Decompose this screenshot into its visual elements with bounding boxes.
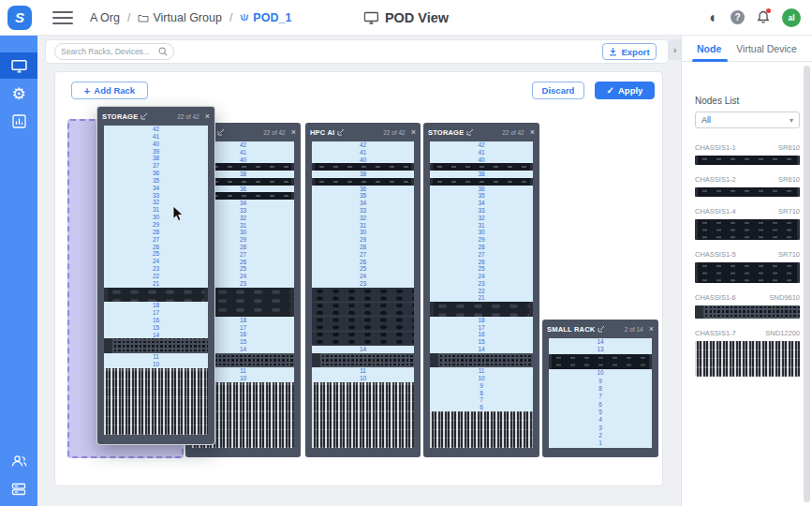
node-list-item[interactable]: CHASSIS1-2SR610 bbox=[695, 175, 800, 197]
monitor-icon bbox=[363, 11, 378, 24]
rack-slot-number: 40 bbox=[312, 156, 414, 164]
rack-device-dense[interactable] bbox=[312, 382, 414, 411]
rack-title: STORAGE bbox=[102, 112, 138, 121]
rack-slot-number: 23 bbox=[430, 280, 533, 288]
rack-slot-number: 5 bbox=[549, 409, 652, 416]
rack-card[interactable]: STORAGE22 of 42×424140383635343332313029… bbox=[423, 123, 539, 457]
rack-device-server1[interactable] bbox=[312, 163, 414, 171]
left-sidebar: ⚙ bbox=[0, 36, 37, 506]
rack-slot-number: 4 bbox=[549, 416, 652, 424]
monitor-icon bbox=[11, 59, 27, 73]
apply-button[interactable]: ✓ Apply bbox=[595, 82, 655, 99]
rack-slot-number: 3 bbox=[549, 424, 652, 432]
rack-slot-number: 11 bbox=[104, 353, 208, 361]
node-list-item[interactable]: CHASSIS1-6SND9610 bbox=[695, 293, 800, 319]
rack-device-switch[interactable] bbox=[104, 338, 208, 353]
add-rack-button[interactable]: + Add Rack bbox=[71, 82, 148, 99]
tab-virtual-device[interactable]: Virtual Device bbox=[736, 43, 797, 54]
edit-rack-icon[interactable] bbox=[598, 325, 605, 333]
rack-header[interactable]: SMALL RACK2 of 14× bbox=[542, 320, 658, 338]
rack-slot-number: 21 bbox=[430, 294, 533, 302]
rack-slot-number: 36 bbox=[104, 170, 208, 177]
rack-slot-number: 6 bbox=[430, 404, 533, 411]
nodes-filter-select[interactable]: All ▾ bbox=[695, 112, 800, 128]
node-device-image bbox=[695, 187, 800, 197]
edit-rack-icon[interactable] bbox=[217, 128, 225, 136]
avatar[interactable]: al bbox=[782, 8, 801, 27]
rack-header[interactable]: STORAGE22 of 42× bbox=[423, 123, 539, 141]
sidebar-item-inventory[interactable] bbox=[0, 476, 37, 502]
node-device-image bbox=[695, 156, 800, 165]
rack-header[interactable]: HPC AI22 of 42× bbox=[305, 123, 421, 141]
node-list-item[interactable]: CHASSIS1-1SR610 bbox=[695, 143, 800, 165]
sidebar-item-users[interactable] bbox=[0, 448, 37, 474]
theme-contrast-icon[interactable]: ◐ bbox=[709, 10, 718, 25]
rack-device-dense[interactable] bbox=[430, 411, 533, 448]
edit-rack-icon[interactable] bbox=[337, 128, 345, 136]
node-list-item[interactable]: CHASSIS1-4SR710 bbox=[695, 207, 800, 240]
edit-rack-icon[interactable] bbox=[140, 112, 148, 120]
rack-device-gpu[interactable] bbox=[312, 288, 414, 346]
breadcrumb-group[interactable]: Virtual Group bbox=[138, 11, 221, 24]
rack-slot-number: 29 bbox=[104, 221, 208, 229]
close-rack-icon[interactable]: × bbox=[530, 128, 535, 137]
close-rack-icon[interactable]: × bbox=[205, 112, 210, 121]
rack-slot-number: 14 bbox=[430, 346, 533, 353]
node-list-item[interactable]: CHASSIS1-7SND12200 bbox=[695, 329, 800, 377]
rack-header[interactable]: STORAGE22 of 42× bbox=[97, 107, 214, 126]
help-icon[interactable]: ? bbox=[731, 10, 745, 24]
rack-slot-number: 7 bbox=[549, 393, 652, 400]
rack-slot-number: 17 bbox=[430, 324, 533, 332]
rack-slot-number: 28 bbox=[430, 244, 533, 251]
edit-rack-icon[interactable] bbox=[466, 128, 474, 136]
notifications-bell-icon[interactable] bbox=[757, 10, 770, 24]
rack-slot-number: 41 bbox=[430, 149, 533, 156]
node-model: SR610 bbox=[778, 143, 800, 152]
tab-node[interactable]: Node bbox=[697, 43, 721, 54]
node-model: SR610 bbox=[778, 175, 800, 184]
discard-button[interactable]: Discard bbox=[532, 82, 584, 99]
rack-slot-number: 24 bbox=[104, 258, 208, 265]
rack-slot-number: 33 bbox=[430, 207, 533, 215]
node-list-item[interactable]: CHASSIS1-5SR710 bbox=[695, 250, 800, 283]
rack-device-array[interactable] bbox=[430, 302, 533, 317]
rack-device-dense[interactable] bbox=[104, 397, 208, 434]
rack-device-server2[interactable] bbox=[549, 354, 652, 370]
rack-slot-number: 27 bbox=[312, 251, 414, 259]
search-box bbox=[54, 43, 174, 60]
rack-device-server1[interactable] bbox=[312, 178, 414, 186]
rack-slot-number: 23 bbox=[312, 280, 414, 288]
close-rack-icon[interactable]: × bbox=[291, 128, 296, 137]
export-button[interactable]: Export bbox=[602, 43, 657, 60]
breadcrumb-org[interactable]: A Org bbox=[90, 11, 120, 24]
rack-device-dense[interactable] bbox=[104, 368, 208, 397]
rack-slot-number: 2 bbox=[549, 432, 652, 439]
breadcrumb-pod[interactable]: POD_1 bbox=[240, 11, 291, 24]
rack-slot-number: 27 bbox=[104, 236, 208, 244]
search-input[interactable] bbox=[61, 47, 158, 56]
collapse-panel-button[interactable]: › bbox=[669, 39, 681, 60]
rack-card-dragging[interactable]: STORAGE22 of 42×424140393837363534333231… bbox=[97, 107, 214, 444]
right-panel-scrollbar[interactable] bbox=[804, 66, 810, 502]
close-rack-icon[interactable]: × bbox=[649, 325, 654, 334]
hamburger-menu-icon[interactable] bbox=[52, 11, 73, 24]
pod-canvas: + Add Rack Discard ✓ Apply HPC AI22 of 4… bbox=[54, 71, 663, 486]
rack-title: SMALL RACK bbox=[547, 325, 595, 334]
close-rack-icon[interactable]: × bbox=[411, 128, 416, 137]
sidebar-item-reports[interactable] bbox=[0, 108, 37, 134]
rack-card[interactable]: SMALL RACK2 of 14×141310987654321 bbox=[542, 320, 658, 457]
rack-device-switch[interactable] bbox=[312, 353, 414, 368]
rack-device-array[interactable] bbox=[104, 288, 208, 303]
rack-slot-number: 32 bbox=[312, 215, 414, 222]
rack-device-dense[interactable] bbox=[312, 411, 414, 448]
brand-logo[interactable]: S bbox=[7, 6, 32, 30]
rack-card[interactable]: HPC AI22 of 42×4241403836353433323130292… bbox=[305, 123, 421, 457]
rack-device-server1[interactable] bbox=[430, 178, 533, 186]
rack-device-server1[interactable] bbox=[430, 163, 533, 171]
rack-slot-number: 26 bbox=[104, 244, 208, 251]
sidebar-item-settings[interactable]: ⚙ bbox=[0, 81, 37, 107]
rack-slot-number: 35 bbox=[312, 192, 414, 200]
rack-device-switch[interactable] bbox=[430, 353, 533, 368]
gear-icon: ⚙ bbox=[11, 86, 25, 102]
sidebar-item-pod-view[interactable] bbox=[0, 52, 37, 79]
